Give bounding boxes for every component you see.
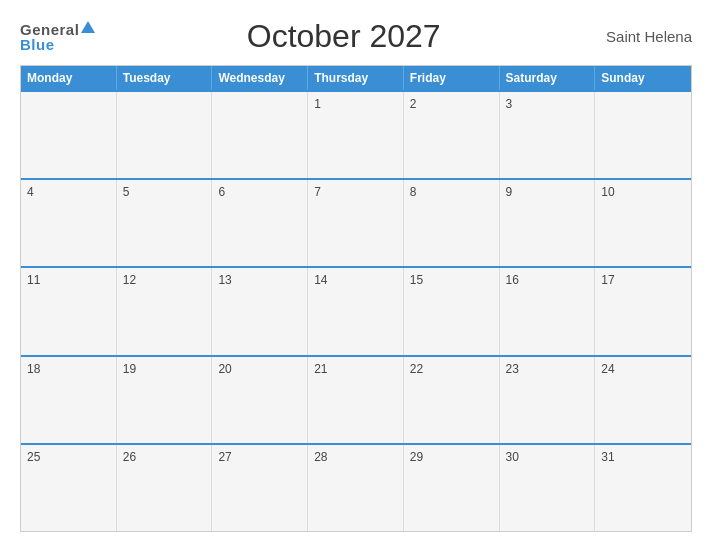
- day-number: 27: [218, 450, 231, 464]
- calendar-cell: [21, 92, 117, 178]
- logo-general-text: General: [20, 22, 79, 37]
- calendar-cell: 20: [212, 357, 308, 443]
- calendar-cell: 27: [212, 445, 308, 531]
- calendar-cell: 21: [308, 357, 404, 443]
- calendar-cell: 24: [595, 357, 691, 443]
- day-number: 30: [506, 450, 519, 464]
- calendar-week-4: 18192021222324: [21, 355, 691, 443]
- logo: General Blue: [20, 22, 95, 52]
- calendar-cell: 25: [21, 445, 117, 531]
- weekday-friday: Friday: [404, 66, 500, 90]
- calendar-cell: 5: [117, 180, 213, 266]
- day-number: 13: [218, 273, 231, 287]
- calendar-cell: 17: [595, 268, 691, 354]
- calendar-cell: 31: [595, 445, 691, 531]
- calendar-cell: 13: [212, 268, 308, 354]
- calendar-cell: 15: [404, 268, 500, 354]
- day-number: 14: [314, 273, 327, 287]
- day-number: 15: [410, 273, 423, 287]
- calendar-cell: 3: [500, 92, 596, 178]
- calendar-week-3: 11121314151617: [21, 266, 691, 354]
- calendar-cell: [117, 92, 213, 178]
- day-number: 26: [123, 450, 136, 464]
- day-number: 16: [506, 273, 519, 287]
- month-title: October 2027: [95, 18, 592, 55]
- day-number: 1: [314, 97, 321, 111]
- weekday-saturday: Saturday: [500, 66, 596, 90]
- calendar-cell: 30: [500, 445, 596, 531]
- weekday-tuesday: Tuesday: [117, 66, 213, 90]
- day-number: 24: [601, 362, 614, 376]
- day-number: 9: [506, 185, 513, 199]
- day-number: 17: [601, 273, 614, 287]
- calendar-cell: 6: [212, 180, 308, 266]
- day-number: 10: [601, 185, 614, 199]
- calendar-cell: 26: [117, 445, 213, 531]
- weekday-wednesday: Wednesday: [212, 66, 308, 90]
- day-number: 28: [314, 450, 327, 464]
- calendar-body: 1234567891011121314151617181920212223242…: [21, 90, 691, 531]
- calendar-cell: 9: [500, 180, 596, 266]
- calendar-cell: 11: [21, 268, 117, 354]
- calendar-cell: 18: [21, 357, 117, 443]
- weekday-monday: Monday: [21, 66, 117, 90]
- calendar-cell: 29: [404, 445, 500, 531]
- calendar-cell: 22: [404, 357, 500, 443]
- day-number: 7: [314, 185, 321, 199]
- calendar-cell: 7: [308, 180, 404, 266]
- day-number: 20: [218, 362, 231, 376]
- calendar-cell: 28: [308, 445, 404, 531]
- calendar-cell: 10: [595, 180, 691, 266]
- calendar-cell: [595, 92, 691, 178]
- day-number: 21: [314, 362, 327, 376]
- logo-triangle-icon: [81, 21, 95, 33]
- day-number: 8: [410, 185, 417, 199]
- calendar-week-5: 25262728293031: [21, 443, 691, 531]
- calendar: Monday Tuesday Wednesday Thursday Friday…: [20, 65, 692, 532]
- day-number: 3: [506, 97, 513, 111]
- calendar-cell: 19: [117, 357, 213, 443]
- calendar-cell: 14: [308, 268, 404, 354]
- calendar-week-1: 123: [21, 90, 691, 178]
- day-number: 5: [123, 185, 130, 199]
- page: General Blue October 2027 Saint Helena M…: [0, 0, 712, 550]
- day-number: 18: [27, 362, 40, 376]
- day-number: 12: [123, 273, 136, 287]
- calendar-cell: 12: [117, 268, 213, 354]
- weekday-thursday: Thursday: [308, 66, 404, 90]
- logo-blue-text: Blue: [20, 37, 55, 52]
- calendar-cell: 16: [500, 268, 596, 354]
- calendar-header: Monday Tuesday Wednesday Thursday Friday…: [21, 66, 691, 90]
- day-number: 25: [27, 450, 40, 464]
- day-number: 19: [123, 362, 136, 376]
- day-number: 22: [410, 362, 423, 376]
- calendar-cell: 4: [21, 180, 117, 266]
- day-number: 11: [27, 273, 40, 287]
- calendar-cell: 2: [404, 92, 500, 178]
- day-number: 2: [410, 97, 417, 111]
- day-number: 6: [218, 185, 225, 199]
- day-number: 31: [601, 450, 614, 464]
- location-label: Saint Helena: [592, 28, 692, 45]
- weekday-sunday: Sunday: [595, 66, 691, 90]
- day-number: 23: [506, 362, 519, 376]
- day-number: 4: [27, 185, 34, 199]
- calendar-week-2: 45678910: [21, 178, 691, 266]
- calendar-cell: 8: [404, 180, 500, 266]
- calendar-cell: 23: [500, 357, 596, 443]
- header: General Blue October 2027 Saint Helena: [20, 18, 692, 55]
- calendar-cell: [212, 92, 308, 178]
- calendar-cell: 1: [308, 92, 404, 178]
- day-number: 29: [410, 450, 423, 464]
